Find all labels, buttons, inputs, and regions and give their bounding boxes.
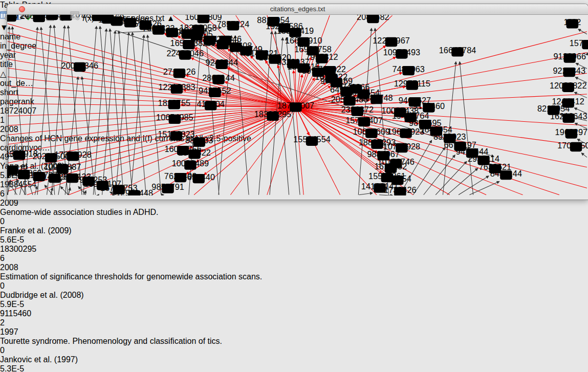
table-cell: 2008	[0, 263, 38, 272]
graph-node[interactable]: 1691440	[183, 172, 215, 184]
graph-node[interactable]: 15751074	[570, 38, 588, 50]
svg-text:7955812: 7955812	[306, 52, 338, 61]
svg-text:1080748: 1080748	[360, 93, 393, 102]
network-view-window: citations_edges.txt 14055724206914061065…	[7, 4, 588, 200]
table-cell: Tourette syndrome. Phenomenology and cla…	[0, 337, 266, 346]
svg-text:2935114: 2935114	[468, 154, 499, 163]
graph-node[interactable]: 9129966	[554, 52, 586, 63]
graph-node[interactable]: 17016504	[557, 141, 588, 152]
svg-text:10099489: 10099489	[172, 159, 209, 168]
graph-node[interactable]: 8471144	[490, 169, 522, 180]
graph-node[interactable]: 7485063	[392, 64, 424, 76]
svg-text:1112: 1112	[563, 17, 581, 27]
table-row[interactable]: 1830029562008Estimation of significance …	[0, 245, 588, 309]
graph-node[interactable]: 9242844	[205, 58, 237, 69]
svg-text:252254: 252254	[384, 174, 411, 183]
table-cell: 5.9E-5	[0, 300, 49, 309]
svg-text:17359928: 17359928	[54, 150, 92, 159]
graph-node[interactable]: 20053346	[61, 61, 98, 72]
svg-text:10756928: 10756928	[383, 142, 421, 151]
svg-text:2386372: 2386372	[341, 105, 374, 114]
svg-text:16053809: 16053809	[185, 15, 222, 21]
window-titlebar[interactable]: citations_edges.txt	[7, 4, 588, 15]
application-window: citations_edges.txt 14055724206914061065…	[0, 0, 588, 372]
table-cell: Franke et al. (2009)	[0, 226, 87, 235]
table-cell: Estimation of significance thresholds fo…	[0, 272, 266, 281]
graph-node[interactable]: 12975115	[394, 79, 430, 90]
svg-text:10688609: 10688609	[353, 127, 390, 136]
delete-table-icon	[70, 11, 80, 21]
svg-text:2718126: 2718126	[163, 67, 195, 76]
table-cell: Genome-wide association studies in ADHD.	[0, 208, 266, 217]
graph-node[interactable]: 10654985	[156, 113, 193, 124]
svg-text:12093822: 12093822	[550, 81, 587, 90]
svg-text:12213383: 12213383	[158, 82, 195, 92]
graph-node[interactable]: 1810755	[158, 98, 190, 110]
svg-text:15720407: 15720407	[345, 116, 383, 125]
graph-node[interactable]: 12093822	[550, 81, 587, 92]
graph-node[interactable]: 2087682	[357, 15, 389, 23]
svg-text:1810755: 1810755	[158, 98, 190, 107]
table-cell: 9115460	[0, 309, 45, 318]
graph-node[interactable]: 417004	[197, 99, 224, 111]
svg-text:12213967: 12213967	[373, 36, 410, 45]
table-row[interactable]: 911546021997Tourette syndrome. Phenomeno…	[0, 309, 588, 372]
svg-text:18325419: 18325419	[277, 26, 314, 35]
svg-text:12975115: 12975115	[394, 79, 430, 88]
graph-node[interactable]: 12213967	[373, 36, 410, 47]
graph-node[interactable]: 1549822	[178, 148, 210, 159]
graph-node[interactable]: 2803144	[202, 73, 234, 84]
graph-node[interactable]: 15720407	[345, 116, 383, 127]
graph-node[interactable]: 12923448	[116, 188, 154, 195]
table-cell: Dudbridge et al. (2008)	[0, 291, 87, 300]
graph-node[interactable]: 10099489	[172, 159, 209, 170]
svg-text:12923448: 12923448	[116, 188, 154, 195]
svg-text:1733426: 1733426	[384, 185, 416, 194]
svg-text:18300295: 18300295	[254, 110, 292, 119]
svg-text:2087682: 2087682	[357, 15, 389, 21]
svg-text:22420046: 22420046	[166, 49, 204, 58]
graph-node[interactable]: 16648784	[439, 46, 476, 57]
graph-node[interactable]: 9857791	[151, 182, 184, 193]
window-title: citations_edges.txt	[7, 5, 588, 13]
table-cell: 0	[0, 346, 34, 355]
svg-text:417004: 417004	[197, 99, 224, 108]
network-view-frame: 1405572420691406106532871527602646616010…	[7, 15, 588, 198]
table-cell: 5.3E-5	[0, 364, 49, 372]
svg-text:20053346: 20053346	[61, 61, 98, 70]
graph-node[interactable]: 1112	[563, 17, 581, 29]
graph-node[interactable]: 16210643	[550, 112, 587, 123]
svg-text:10975887: 10975887	[44, 162, 81, 171]
svg-text:9427552: 9427552	[199, 86, 231, 95]
svg-text:10654985: 10654985	[156, 113, 193, 122]
svg-text:9899695: 9899695	[409, 118, 441, 127]
table-cell: 1997	[0, 327, 38, 337]
table-cell: 2	[0, 318, 34, 327]
svg-text:7857224: 7857224	[217, 19, 249, 29]
graph-node[interactable]: 12213383	[158, 82, 195, 94]
graph-node[interactable]: 1969297	[555, 127, 587, 139]
svg-text:15751074: 15751074	[570, 38, 588, 48]
svg-text:7485063: 7485063	[392, 64, 424, 74]
network-canvas[interactable]: 1405572420691406106532871527602646616010…	[7, 15, 588, 195]
svg-text:9242844: 9242844	[205, 58, 237, 67]
graph-node[interactable]: 16053809	[185, 15, 222, 23]
table-cell: Jankovic et al. (1997)	[0, 355, 87, 364]
svg-text:2803144: 2803144	[202, 73, 234, 82]
table-cell: 6	[0, 254, 34, 263]
svg-text:9129966: 9129966	[554, 52, 586, 61]
svg-text:19654923: 19654923	[387, 127, 425, 136]
graph-node[interactable]: 9227343	[553, 66, 585, 77]
table-cell: 2009	[0, 199, 38, 208]
svg-text:1549822: 1549822	[178, 148, 210, 157]
graph-node[interactable]: 10973493	[383, 48, 421, 59]
svg-text:10973493: 10973493	[383, 48, 421, 57]
table-cell: 0	[0, 217, 34, 226]
graph-node[interactable]: 1733426	[384, 185, 416, 195]
svg-text:16648784: 16648784	[439, 46, 476, 55]
graph-node[interactable]: 2386372	[341, 105, 374, 116]
svg-text:8471144: 8471144	[490, 169, 522, 178]
table-cell: 5.6E-5	[0, 235, 49, 245]
graph-node[interactable]: 19654923	[387, 127, 425, 138]
graph-node[interactable]: 2718126	[163, 67, 195, 78]
